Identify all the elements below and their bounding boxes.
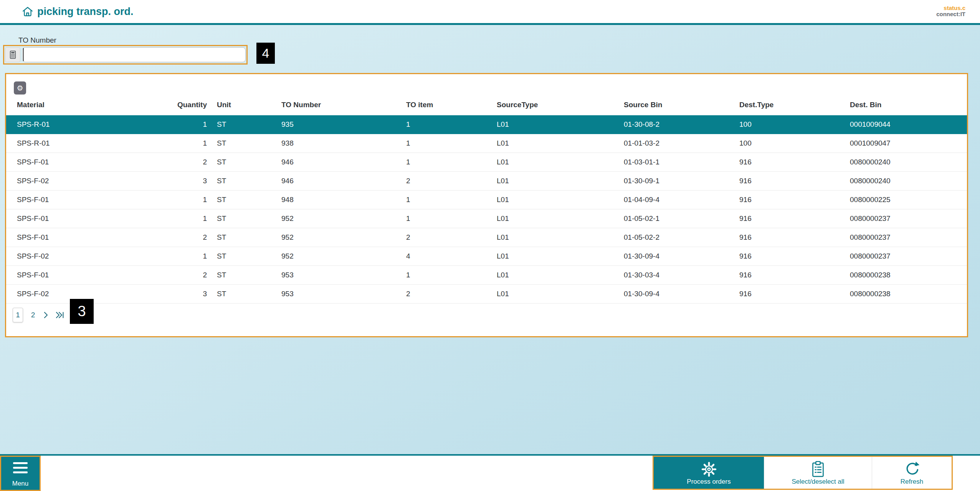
table-cell: 952 [281,209,406,228]
table-cell: 1 [116,115,217,134]
column-header[interactable]: TO Number [281,95,406,115]
brand-line1: status.c [936,5,965,11]
gear-icon: ⚙ [17,84,23,93]
table-cell: 0001009044 [850,115,967,134]
table-cell: 938 [281,134,406,153]
table-cell: 916 [739,172,850,190]
table-cell: L01 [497,228,624,247]
table-cell: 01-30-08-2 [624,115,739,134]
text-caret [23,48,24,61]
table-cell: 0080000225 [850,191,967,209]
table-cell: SPS-F-02 [6,285,116,303]
table-cell: 01-05-02-1 [624,209,739,228]
chevrons-end-icon [55,312,64,318]
table-cell: 1 [406,153,497,171]
table-cell: ST [217,172,281,190]
table-cell: SPS-F-01 [6,266,116,284]
clipboard-list-icon [811,461,825,478]
table-cell: 916 [739,191,850,209]
column-header[interactable]: Dest. Bin [850,95,967,115]
column-header[interactable]: Material [6,95,116,115]
table-cell: 1 [116,191,217,209]
table-cell: L01 [497,191,624,209]
table-cell: L01 [497,209,624,228]
table-settings-button[interactable]: ⚙ [14,81,26,95]
next-page-button[interactable] [43,312,49,318]
menu-label: Menu [12,480,29,488]
table-cell: ST [217,247,281,265]
calculator-icon [10,50,16,59]
table-cell: 1 [116,247,217,265]
table-cell: L01 [497,115,624,134]
table-body: SPS-R-011ST9351L0101-30-08-2100000100904… [6,115,967,304]
table-cell: SPS-F-02 [6,247,116,265]
table-cell: SPS-F-01 [6,191,116,209]
table-cell: 4 [406,247,497,265]
column-header[interactable]: Quantity [116,95,217,115]
table-row[interactable]: SPS-F-012ST9461L0101-03-01-1916008000024… [6,153,967,172]
menu-button[interactable]: Menu [1,457,40,490]
table-cell: 01-05-02-2 [624,228,739,247]
refresh-button[interactable]: Refresh [872,457,952,489]
table-row[interactable]: SPS-R-011ST9381L0101-01-03-2100000100904… [6,134,967,153]
table-cell: 0080000237 [850,209,967,228]
brand-line2: connect:IT [936,11,965,17]
table-cell: 1 [406,134,497,153]
table-cell: ST [217,153,281,171]
table-row[interactable]: SPS-R-011ST9351L0101-30-08-2100000100904… [6,115,967,134]
table-cell: SPS-R-01 [6,134,116,153]
column-header[interactable]: SourceType [497,95,624,115]
table-cell: 2 [406,228,497,247]
table-cell: SPS-F-01 [6,228,116,247]
table-row[interactable]: SPS-F-023ST9532L0101-30-09-4916008000023… [6,285,967,304]
last-page-button[interactable] [55,312,64,318]
table-cell: 01-30-09-4 [624,247,739,265]
chevron-right-icon [43,312,49,318]
refresh-icon [904,461,921,478]
table-row[interactable]: SPS-F-012ST9531L0101-30-03-4916008000023… [6,266,967,285]
process-orders-button[interactable]: Process orders [654,457,764,489]
column-header[interactable]: Unit [217,95,281,115]
table-row[interactable]: SPS-F-011ST9521L0101-05-02-1916008000023… [6,209,967,228]
table-cell: 100 [739,134,850,153]
select-deselect-all-label: Select/deselect all [792,478,844,486]
annotation-4: 4 [256,43,275,64]
table-cell: ST [217,209,281,228]
column-header[interactable]: TO item [406,95,497,115]
value-help-button[interactable] [5,47,20,62]
to-number-filter-group [3,45,248,65]
home-icon [22,6,33,17]
page-button[interactable]: 2 [29,311,37,319]
table-cell: 01-03-01-1 [624,153,739,171]
table-cell: SPS-F-01 [6,153,116,171]
actions-annotation-box: Process orders Select/deselect all Refre… [653,456,953,490]
table-cell: ST [217,285,281,303]
table-cell: 916 [739,247,850,265]
table-row[interactable]: SPS-F-011ST9481L0101-04-09-4916008000022… [6,191,967,209]
table-cell: 01-01-03-2 [624,134,739,153]
column-header[interactable]: Source Bin [624,95,739,115]
table-cell: 916 [739,153,850,171]
table-cell: 3 [116,172,217,190]
table-cell: L01 [497,285,624,303]
table-row[interactable]: SPS-F-012ST9522L0101-05-02-2916008000023… [6,228,967,247]
page-button[interactable]: 1 [13,308,23,322]
table-cell: 946 [281,172,406,190]
table-cell: 1 [406,191,497,209]
process-orders-label: Process orders [687,478,730,486]
table-cell: SPS-F-02 [6,172,116,190]
table-cell: 953 [281,285,406,303]
table-cell: L01 [497,266,624,284]
refresh-label: Refresh [901,478,924,486]
table-row[interactable]: SPS-F-023ST9462L0101-30-09-1916008000024… [6,172,967,191]
table-cell: ST [217,115,281,134]
table-cell: 0080000238 [850,285,967,303]
table-row[interactable]: SPS-F-021ST9524L0101-30-09-4916008000023… [6,247,967,266]
table-cell: 952 [281,247,406,265]
column-header[interactable]: Dest.Type [739,95,850,115]
table-cell: ST [217,134,281,153]
select-deselect-all-button[interactable]: Select/deselect all [764,457,872,489]
home-button[interactable] [21,5,34,18]
orders-table-panel: ⚙ MaterialQuantityUnitTO NumberTO itemSo… [5,73,968,337]
to-number-input[interactable] [22,47,246,62]
